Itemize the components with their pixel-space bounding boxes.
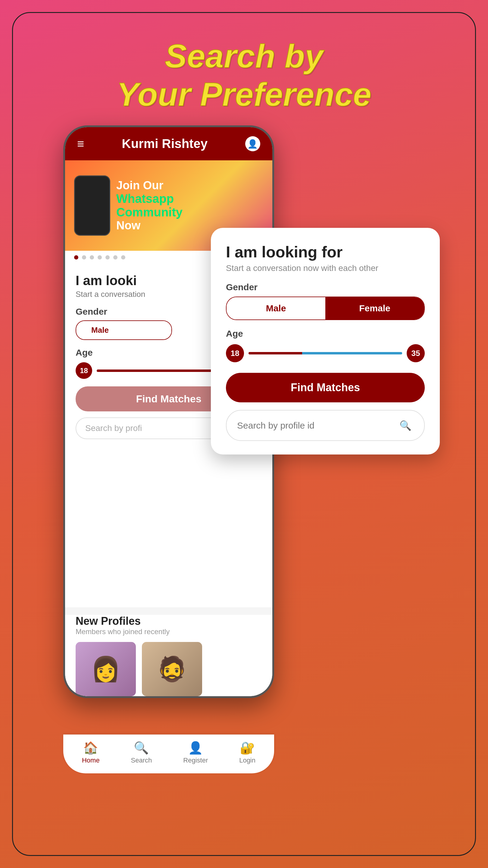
gender-buttons-bg: Male [76,320,172,340]
dot-5[interactable] [105,255,110,259]
popup-gender-buttons: Male Female [226,297,425,320]
banner-phone-thumbnail [74,176,110,236]
search-profile-field[interactable]: 🔍 [226,410,425,441]
gender-female-bg[interactable] [124,321,171,339]
search-magnifier-icon[interactable]: 🔍 [397,417,414,434]
dot-2[interactable] [82,255,86,259]
popup-slider-track[interactable] [249,352,402,354]
popup-gender-male[interactable]: Male [227,297,325,319]
search-profile-input[interactable] [237,421,392,431]
home-label: Home [82,756,100,764]
popup-title: I am looking for [226,243,425,261]
popup-card: I am looking for Start a conversation no… [211,228,440,455]
banner-whatsapp-text: Whatsapp [116,192,263,206]
hamburger-icon[interactable]: ≡ [77,137,84,151]
dot-6[interactable] [113,255,118,259]
headline-line1: Search by [165,37,323,74]
new-profiles-subtitle: Members who joined recently [76,627,262,636]
phones-container: ≡ Kurmi Rishtey 👤 Join Our Whatsapp Comm… [48,125,440,773]
popup-gender-label: Gender [226,282,425,292]
headline-text: Search by Your Preference [117,37,371,113]
nav-home[interactable]: 🏠 Home [82,741,100,764]
home-icon: 🏠 [83,741,98,755]
popup-subtitle: Start a conversation now with each other [226,264,425,273]
nav-login[interactable]: 🔐 Login [239,741,255,764]
profile-thumb-female[interactable]: 👩 [76,642,136,696]
outer-card: Search by Your Preference ≡ Kurmi Rishte… [12,12,476,856]
banner-community-text: Community [116,206,263,219]
popup-age-min-bubble: 18 [226,344,244,362]
popup-age-row: 18 35 [226,344,425,362]
popup-age-label: Age [226,329,425,339]
profile-thumbnails: 👩 🧔 [76,642,262,696]
new-profiles-title: New Profiles [76,615,262,627]
banner-text-block: Join Our Whatsapp Community Now [116,179,263,232]
dot-3[interactable] [90,255,94,259]
banner-join-text: Join Our [116,179,263,192]
register-icon: 👤 [188,741,203,755]
search-icon: 🔍 [134,741,149,755]
register-label: Register [183,756,208,764]
nav-register[interactable]: 👤 Register [183,741,208,764]
login-label: Login [239,756,255,764]
dot-1[interactable] [74,255,78,259]
app-title: Kurmi Rishtey [122,136,207,151]
app-topbar: ≡ Kurmi Rishtey 👤 [65,127,272,160]
headline-line2: Your Preference [117,76,371,113]
dot-4[interactable] [98,255,102,259]
dot-7[interactable] [121,255,125,259]
login-icon: 🔐 [240,741,255,755]
popup-age-max-bubble: 35 [407,344,425,362]
find-matches-button[interactable]: Find Matches [226,373,425,402]
popup-gender-female[interactable]: Female [325,297,424,319]
gender-male-bg[interactable]: Male [76,321,124,339]
user-profile-icon[interactable]: 👤 [245,136,260,151]
new-profiles-section: New Profiles Members who joined recently… [65,615,272,696]
profile-thumb-male[interactable]: 🧔 [142,642,202,696]
bottom-nav-bg-phone: 🏠 Home 🔍 Search 👤 Register 🔐 Login [63,735,274,773]
nav-search[interactable]: 🔍 Search [131,741,152,764]
search-label: Search [131,756,152,764]
age-min-bubble-bg: 18 [76,362,92,379]
